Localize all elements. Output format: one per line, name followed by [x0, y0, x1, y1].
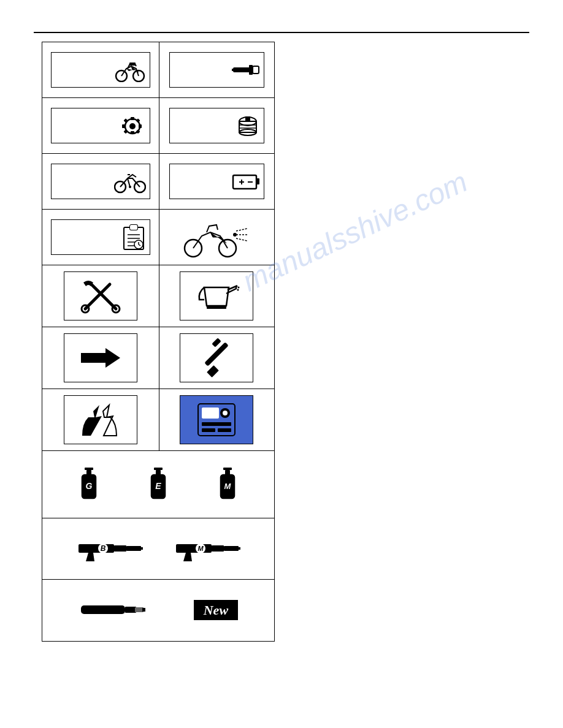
- filter-icon: [232, 113, 260, 138]
- table-row: [42, 42, 274, 98]
- table-row: [42, 98, 274, 154]
- svg-rect-67: [202, 428, 215, 432]
- inner-box-bicycle: [51, 164, 150, 199]
- oil-can-m-icon: M: [216, 466, 239, 503]
- svg-rect-13: [139, 124, 142, 128]
- inner-square-arrow: [64, 333, 137, 382]
- svg-rect-10: [131, 117, 134, 120]
- table-row: [42, 389, 274, 451]
- motorcycle-icon: [114, 58, 146, 82]
- svg-rect-68: [218, 428, 231, 432]
- page: manualsshive.com: [0, 0, 563, 728]
- new-badge: New: [194, 600, 238, 620]
- inner-box-filter: [169, 108, 264, 143]
- svg-rect-61: [202, 408, 219, 419]
- svg-rect-11: [131, 131, 134, 134]
- top-divider: [34, 32, 529, 33]
- inner-box-wrench: [51, 108, 150, 143]
- lube-e: E: [147, 466, 170, 503]
- motorcycle-spray-icon: [180, 213, 253, 262]
- inner-box-battery: [169, 164, 264, 199]
- svg-point-48: [233, 233, 237, 237]
- svg-point-54: [236, 286, 238, 287]
- svg-rect-79: [223, 468, 232, 470]
- grease-gun-m-icon: M: [174, 534, 241, 561]
- svg-rect-85: [114, 545, 126, 552]
- svg-rect-59: [212, 338, 222, 347]
- cell-micrometer: [159, 42, 274, 97]
- checklist-icon: [121, 224, 146, 251]
- svg-rect-96: [81, 605, 125, 614]
- cell-bicycle: [42, 154, 159, 209]
- svg-rect-35: [130, 225, 137, 230]
- pen-marker: [79, 598, 146, 623]
- svg-rect-5: [253, 66, 259, 74]
- svg-rect-23: [245, 116, 250, 121]
- grease-m: M: [174, 534, 241, 564]
- lube-m: M: [216, 466, 239, 503]
- oil-can-g-icon: G: [77, 466, 101, 503]
- svg-rect-93: [237, 547, 240, 550]
- micrometer-icon: [232, 59, 260, 81]
- lube-row: G E: [42, 451, 274, 518]
- svg-rect-58: [207, 365, 220, 377]
- svg-rect-3: [233, 67, 250, 72]
- inner-square-tools: [64, 271, 137, 320]
- svg-rect-99: [142, 608, 145, 612]
- table-row: [42, 327, 274, 389]
- grease-row: B M: [42, 518, 274, 580]
- svg-line-50: [91, 284, 116, 309]
- arrow-icon: [76, 337, 125, 379]
- cell-watering-can: [159, 265, 274, 327]
- svg-rect-98: [135, 607, 144, 612]
- cell-motorcycle: [42, 42, 159, 97]
- hands-icon: [76, 399, 125, 441]
- lube-items: G E: [42, 451, 274, 518]
- table-row: [42, 265, 274, 327]
- table-row: [42, 154, 274, 210]
- inner-box-micrometer: [169, 52, 264, 88]
- watering-can-icon: [192, 275, 241, 317]
- svg-rect-15: [136, 118, 140, 123]
- tools-icon: [76, 275, 125, 317]
- pen-marker-icon: [79, 598, 146, 620]
- svg-line-49: [85, 284, 110, 309]
- inner-box-checklist: [51, 219, 150, 255]
- svg-rect-74: [154, 468, 163, 470]
- svg-point-26: [129, 186, 131, 188]
- inner-box-motorcycle: [51, 52, 150, 88]
- svg-text:G: G: [86, 481, 93, 491]
- svg-line-45: [236, 229, 247, 231]
- svg-rect-28: [233, 175, 256, 189]
- svg-rect-29: [256, 178, 259, 184]
- battery-icon: [232, 170, 260, 192]
- svg-rect-84: [79, 544, 114, 553]
- cell-motorcycle-spray: [159, 210, 274, 265]
- cell-filter: [159, 98, 274, 153]
- inner-square-screwdriver: [180, 333, 253, 382]
- inner-square-measurement: [180, 395, 253, 444]
- svg-rect-91: [212, 545, 224, 552]
- grease-gun-b-icon: B: [76, 534, 144, 561]
- svg-text:E: E: [155, 481, 161, 491]
- svg-point-63: [223, 411, 228, 415]
- svg-point-56: [237, 289, 239, 291]
- svg-rect-2: [129, 63, 136, 66]
- wrench-gear-icon: [118, 113, 146, 138]
- grease-items: B M: [42, 518, 274, 579]
- svg-rect-16: [123, 129, 128, 134]
- svg-point-9: [129, 123, 136, 129]
- svg-rect-53: [207, 306, 226, 309]
- svg-point-55: [238, 287, 240, 289]
- new-badge-container: New: [194, 602, 238, 618]
- new-row: New: [42, 580, 274, 641]
- svg-rect-90: [176, 544, 212, 553]
- cell-measurement: [159, 389, 274, 450]
- svg-rect-97: [125, 607, 136, 613]
- main-table: G E: [42, 42, 275, 642]
- screwdriver-icon: [192, 337, 241, 379]
- svg-text:M: M: [197, 545, 204, 552]
- inner-square-watering: [180, 271, 253, 320]
- measurement-icon: [192, 399, 241, 441]
- svg-text:B: B: [100, 544, 105, 553]
